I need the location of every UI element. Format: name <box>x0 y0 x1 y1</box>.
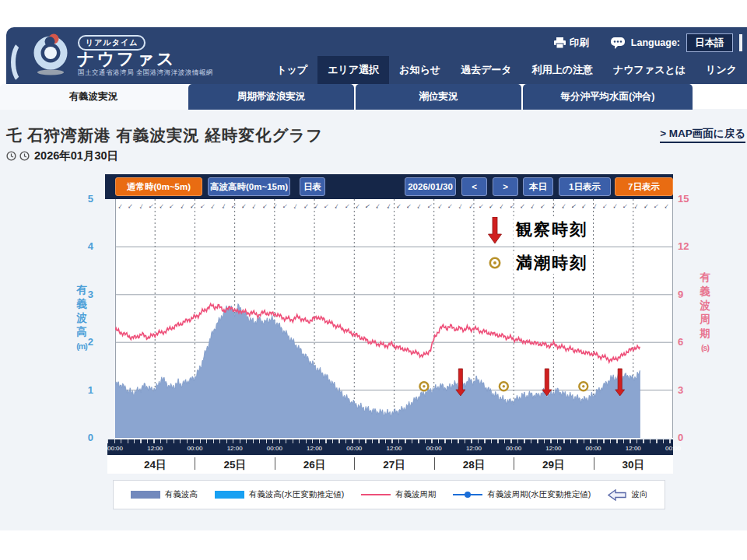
time-label: 12:00 <box>545 445 561 452</box>
site-header: リアルタイム ナウファス 国土交通省港湾局 全国港湾海洋波浪情報網 印刷 Lan… <box>6 27 747 84</box>
toolbar-button-日表[interactable]: 日表 <box>300 177 325 196</box>
left-tick-4: 4 <box>67 240 93 252</box>
toolbar-button-<[interactable]: < <box>461 177 487 196</box>
toolbar-button->[interactable]: > <box>493 177 518 196</box>
toolbar-button-7日表示[interactable]: 7日表示 <box>615 177 673 196</box>
site-logo-subtitle: 国土交通省港湾局 全国港湾海洋波浪情報網 <box>78 68 213 78</box>
time-label: 12:00 <box>227 445 243 452</box>
date-row: 2026年01月30日 <box>6 149 118 163</box>
page-title: 石狩湾新港 有義波実況 経時変化グラフ <box>27 124 323 146</box>
right-axis-title: 有義波周期(s) <box>699 271 711 355</box>
printer-icon <box>554 37 566 48</box>
legend-swatch-line-dot-icon <box>453 494 482 495</box>
time-label: 00:00 <box>267 445 282 452</box>
title-fragment: 乇 <box>6 125 22 146</box>
language-selector[interactable]: 日本語 <box>686 33 733 52</box>
time-label: 12:00 <box>466 445 482 452</box>
day-separator <box>195 457 195 470</box>
speech-bubble-icon <box>611 37 625 49</box>
day-separator <box>434 457 435 470</box>
x-axis-day-row: 24日25日26日27日28日29日30日 <box>107 455 673 474</box>
day-label-29日: 29日 <box>542 458 565 472</box>
clock-icon <box>19 151 30 161</box>
report-tabs: 有義波実況周期帯波浪実況潮位実況毎分沖平均水面(沖合) <box>0 84 693 110</box>
day-separator <box>594 457 594 470</box>
time-label: 00:00 <box>586 445 601 452</box>
language-next-option-sliver <box>739 34 742 51</box>
legend-item-有義波高(水圧変動推定値): 有義波高(水圧変動推定値) <box>215 489 345 500</box>
left-axis-title: 有義波高(m) <box>75 283 88 353</box>
tab-周期帯波浪実況[interactable]: 周期帯波浪実況 <box>188 84 354 110</box>
left-tick-0: 0 <box>67 432 93 443</box>
nav-item-お知らせ[interactable]: お知らせ <box>389 56 451 84</box>
tab-有義波実況[interactable]: 有義波実況 <box>0 84 187 110</box>
toolbar-button-高波高時(0m~15m)[interactable]: 高波高時(0m~15m) <box>208 177 290 196</box>
tab-潮位実況[interactable]: 潮位実況 <box>356 84 521 110</box>
time-label: 12:00 <box>386 445 402 452</box>
nav-item-エリア選択[interactable]: エリア選択 <box>317 56 389 84</box>
time-label: 12:00 <box>147 445 163 452</box>
time-label: 00:00 <box>107 445 123 452</box>
time-label: 00:00 <box>346 445 362 452</box>
day-label-26日: 26日 <box>303 458 326 472</box>
nav-item-過去データ[interactable]: 過去データ <box>451 56 522 84</box>
time-label: 12:00 <box>626 445 641 452</box>
time-label: 00:00 <box>506 445 521 452</box>
page: リアルタイム ナウファス 国土交通省港湾局 全国港湾海洋波浪情報網 印刷 Lan… <box>0 0 747 560</box>
legend-swatch-line-icon <box>361 494 391 495</box>
legend-label: 有義波周期 <box>395 489 437 500</box>
time-label: 00:00 <box>665 445 681 452</box>
chart-toolbar: 通常時(0m~5m)高波高時(0m~15m)日表2026/01/30<>本日1日… <box>105 174 673 199</box>
nowphas-logo-icon <box>30 32 75 77</box>
back-to-map-link[interactable]: > MAP画面に戻る <box>660 127 745 143</box>
nav-item-利用上の注意[interactable]: 利用上の注意 <box>522 56 603 84</box>
time-label: 12:00 <box>307 445 322 452</box>
observation-time-label: 観察時刻 <box>514 219 590 240</box>
day-separator <box>275 457 275 470</box>
legend-item-有義波周期(水圧変動推定値): 有義波周期(水圧変動推定値) <box>453 489 591 500</box>
right-tick-12: 12 <box>678 240 689 252</box>
observation-marker <box>456 369 465 396</box>
nav-item-ナウファスとは[interactable]: ナウファスとは <box>603 56 696 84</box>
day-label-24日: 24日 <box>144 458 167 472</box>
right-tick-9: 9 <box>678 289 683 300</box>
high-tide-marker <box>579 382 587 390</box>
right-tick-15: 15 <box>678 193 689 205</box>
toolbar-button-通常時(0m~5m)[interactable]: 通常時(0m~5m) <box>115 177 202 196</box>
observation-marker <box>542 369 552 396</box>
current-date: 2026年01月30日 <box>34 149 118 163</box>
observation-arrow-icon <box>488 217 502 243</box>
legend-swatch-area-icon <box>131 491 160 499</box>
day-label-27日: 27日 <box>383 458 405 472</box>
tab-毎分沖平均水面(沖合)[interactable]: 毎分沖平均水面(沖合) <box>523 84 693 110</box>
toolbar-button-本日[interactable]: 本日 <box>523 177 553 196</box>
x-axis-tick-marks <box>107 439 673 443</box>
legend-item-波向: 波向 <box>608 489 647 501</box>
right-tick-0: 0 <box>678 432 683 443</box>
toolbar-button-2026/01/30[interactable]: 2026/01/30 <box>405 177 456 196</box>
legend-label: 有義波高 <box>165 489 198 500</box>
legend-item-有義波周期: 有義波周期 <box>361 489 437 500</box>
high-tide-marker <box>419 382 428 390</box>
print-label: 印刷 <box>570 37 589 50</box>
main-nav: トップエリア選択お知らせ過去データ利用上の注意ナウファスとはリンク <box>266 56 747 84</box>
nav-item-トップ[interactable]: トップ <box>266 56 317 84</box>
legend-swatch-area-icon <box>215 491 244 499</box>
high-tide-circle-icon <box>488 256 502 270</box>
right-tick-6: 6 <box>678 336 683 348</box>
day-separator <box>514 457 514 470</box>
title-row: 乇 石狩湾新港 有義波実況 経時変化グラフ <box>6 124 323 146</box>
high-tide-marker <box>500 382 508 390</box>
high-tide-time-label: 満潮時刻 <box>514 252 590 274</box>
legend-item-有義波高: 有義波高 <box>131 489 198 500</box>
right-tick-3: 3 <box>678 384 683 396</box>
site-logo-name: ナウファス <box>77 47 177 71</box>
print-button[interactable]: 印刷 <box>554 37 589 50</box>
legend-swatch-arrow-icon <box>608 489 626 501</box>
time-label: 00:00 <box>187 445 202 452</box>
x-axis-time-strip: 00:0012:0000:0012:0000:0012:0000:0012:00… <box>107 439 673 455</box>
toolbar-button-1日表示[interactable]: 1日表示 <box>559 177 611 196</box>
left-tick-1: 1 <box>67 384 93 396</box>
nav-item-リンク[interactable]: リンク <box>696 56 747 84</box>
language-label: Language: <box>631 37 680 48</box>
